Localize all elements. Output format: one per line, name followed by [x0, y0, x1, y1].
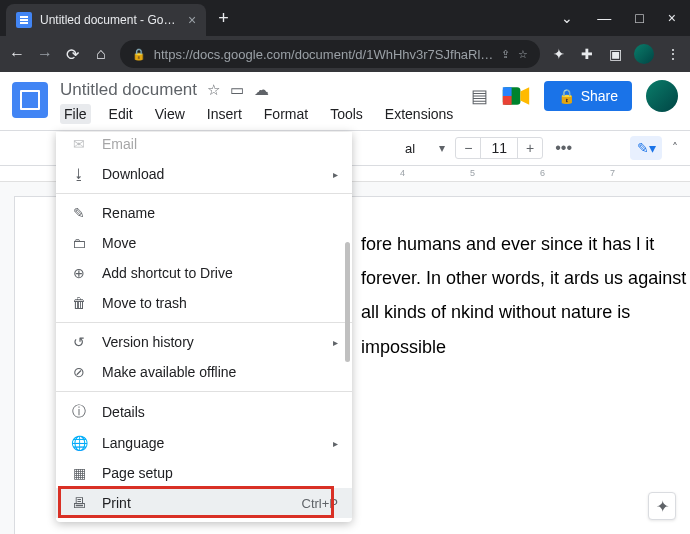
- reading-list-icon[interactable]: ▣: [606, 46, 624, 62]
- chevron-down-icon[interactable]: ⌄: [561, 10, 573, 26]
- document-title[interactable]: Untitled document: [60, 80, 197, 100]
- explore-button[interactable]: ✦: [648, 492, 676, 520]
- close-tab-icon[interactable]: ×: [188, 12, 196, 28]
- lock-icon: 🔒: [558, 88, 575, 104]
- menu-item-page-setup[interactable]: ▦ Page setup: [56, 458, 352, 488]
- menu-format[interactable]: Format: [260, 104, 312, 124]
- docs-logo-icon[interactable]: [12, 82, 48, 118]
- window-controls: ⌄ ― □ ×: [547, 10, 690, 26]
- menu-item-print[interactable]: 🖶 Print Ctrl+P: [56, 488, 352, 518]
- menu-item-add-shortcut[interactable]: ⊕ Add shortcut to Drive: [56, 258, 352, 288]
- menu-item-offline[interactable]: ⊘ Make available offline: [56, 357, 352, 387]
- increase-size-button[interactable]: +: [518, 138, 542, 158]
- profile-avatar-small[interactable]: [634, 44, 654, 64]
- trash-icon: 🗑: [70, 295, 88, 311]
- url-text: https://docs.google.com/document/d/1WhHh…: [154, 47, 494, 62]
- font-family-select[interactable]: al: [399, 139, 429, 158]
- browser-titlebar: Untitled document - Google Docs × + ⌄ ― …: [0, 0, 690, 36]
- browser-toolbar: ← → ⟳ ⌂ 🔒 https://docs.google.com/docume…: [0, 36, 690, 72]
- menu-item-rename[interactable]: ✎ Rename: [56, 198, 352, 228]
- back-icon[interactable]: ←: [8, 45, 26, 63]
- forward-icon: →: [36, 45, 54, 63]
- globe-icon: 🌐: [70, 435, 88, 451]
- menu-label: Add shortcut to Drive: [102, 265, 233, 281]
- menu-insert[interactable]: Insert: [203, 104, 246, 124]
- ruler-mark: 4: [400, 168, 405, 178]
- menu-extensions[interactable]: Extensions: [381, 104, 457, 124]
- menu-file[interactable]: File: [60, 104, 91, 124]
- submenu-arrow-icon: ▸: [333, 169, 338, 180]
- offline-icon: ⊘: [70, 364, 88, 380]
- home-icon[interactable]: ⌂: [92, 45, 110, 63]
- menu-label: Rename: [102, 205, 155, 221]
- pencil-icon: ✎: [70, 205, 88, 221]
- menu-separator: [56, 391, 352, 392]
- menu-separator: [56, 322, 352, 323]
- comment-history-icon[interactable]: ▤: [471, 85, 488, 107]
- menu-edit[interactable]: Edit: [105, 104, 137, 124]
- menu-view[interactable]: View: [151, 104, 189, 124]
- lock-icon: 🔒: [132, 48, 146, 61]
- svg-marker-1: [520, 87, 529, 105]
- history-icon: ↺: [70, 334, 88, 350]
- editing-mode-button[interactable]: ✎▾: [630, 136, 662, 160]
- reload-icon[interactable]: ⟳: [64, 45, 82, 64]
- menubar: File Edit View Insert Format Tools Exten…: [60, 104, 457, 124]
- close-window-icon[interactable]: ×: [668, 10, 676, 26]
- tab-title: Untitled document - Google Docs: [40, 13, 180, 27]
- menu-item-trash[interactable]: 🗑 Move to trash: [56, 288, 352, 318]
- collapse-up-icon[interactable]: ˄: [668, 141, 682, 155]
- star-document-icon[interactable]: ☆: [207, 81, 220, 99]
- menu-item-language[interactable]: 🌐 Language ▸: [56, 428, 352, 458]
- ruler-mark: 5: [470, 168, 475, 178]
- page-setup-icon: ▦: [70, 465, 88, 481]
- svg-rect-3: [502, 96, 511, 105]
- chevron-down-icon[interactable]: ▾: [435, 141, 449, 155]
- move-document-icon[interactable]: ▭: [230, 81, 244, 99]
- extensions-icon[interactable]: ✦: [550, 46, 568, 62]
- decrease-size-button[interactable]: −: [456, 138, 480, 158]
- new-tab-button[interactable]: +: [218, 8, 229, 29]
- download-icon: ⭳: [70, 166, 88, 182]
- folder-move-icon: 🗀: [70, 235, 88, 251]
- menu-separator: [56, 193, 352, 194]
- file-menu-dropdown: ✉ Email ⭳ Download ▸ ✎ Rename 🗀 Move ⊕ A…: [56, 132, 352, 522]
- share-url-icon[interactable]: ⇪: [501, 48, 510, 61]
- font-size-stepper: − 11 +: [455, 137, 543, 159]
- cloud-status-icon[interactable]: ☁: [254, 81, 269, 99]
- address-bar[interactable]: 🔒 https://docs.google.com/document/d/1Wh…: [120, 40, 541, 68]
- ruler-mark: 6: [540, 168, 545, 178]
- body-text[interactable]: fore humans and ever since it has l it f…: [361, 227, 690, 364]
- menu-label: Make available offline: [102, 364, 236, 380]
- submenu-arrow-icon: ▸: [333, 337, 338, 348]
- menu-label: Print: [102, 495, 131, 511]
- share-button[interactable]: 🔒 Share: [544, 81, 632, 111]
- meet-icon[interactable]: [502, 85, 530, 107]
- browser-tab[interactable]: Untitled document - Google Docs ×: [6, 4, 206, 36]
- menu-tools[interactable]: Tools: [326, 104, 367, 124]
- menu-label: Move to trash: [102, 295, 187, 311]
- menu-label: Page setup: [102, 465, 173, 481]
- menu-item-version-history[interactable]: ↺ Version history ▸: [56, 327, 352, 357]
- print-icon: 🖶: [70, 495, 88, 511]
- menu-scrollbar[interactable]: [345, 242, 350, 362]
- docs-favicon: [16, 12, 32, 28]
- mail-icon: ✉: [70, 136, 88, 152]
- minimize-icon[interactable]: ―: [597, 10, 611, 26]
- star-icon[interactable]: ☆: [518, 48, 528, 61]
- puzzle-icon[interactable]: ✚: [578, 46, 596, 62]
- info-icon: ⓘ: [70, 403, 88, 421]
- menu-item-download[interactable]: ⭳ Download ▸: [56, 159, 352, 189]
- menu-label: Move: [102, 235, 136, 251]
- menu-item-email[interactable]: ✉ Email: [56, 136, 352, 159]
- menu-item-details[interactable]: ⓘ Details: [56, 396, 352, 428]
- maximize-icon[interactable]: □: [635, 10, 643, 26]
- kebab-menu-icon[interactable]: ⋮: [664, 46, 682, 62]
- menu-shortcut: Ctrl+P: [302, 496, 338, 511]
- account-avatar[interactable]: [646, 80, 678, 112]
- menu-label: Download: [102, 166, 164, 182]
- font-size-value[interactable]: 11: [480, 138, 518, 158]
- menu-label: Email: [102, 136, 137, 152]
- more-tools-icon[interactable]: •••: [549, 139, 578, 157]
- menu-item-move[interactable]: 🗀 Move: [56, 228, 352, 258]
